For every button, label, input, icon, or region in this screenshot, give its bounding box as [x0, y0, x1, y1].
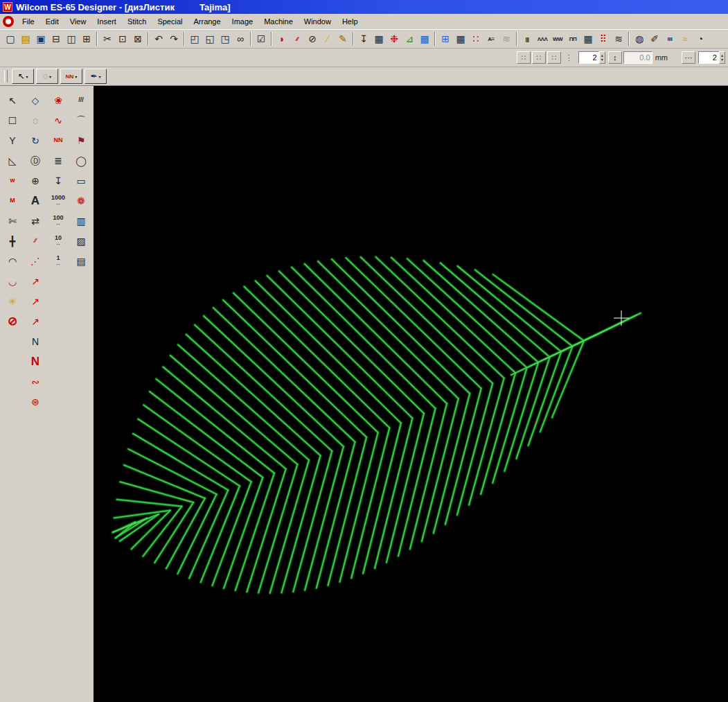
tool-layers[interactable]: ▤ [70, 251, 93, 271]
stitch-mode-dropdown-button[interactable]: NN▾ [60, 69, 82, 84]
menu-machine[interactable]: Machine [258, 15, 299, 28]
chart-small-button[interactable]: ⊿ [402, 31, 417, 46]
copy-button[interactable]: ⊡ [115, 31, 130, 46]
tool-cut-tool[interactable]: ✄ [1, 211, 24, 231]
tool-zoom-10[interactable]: 10↔ [47, 231, 70, 251]
dot-pattern-button[interactable]: ⠿ [596, 31, 611, 46]
table-view-button[interactable]: ▦ [453, 31, 468, 46]
satin-columns-button[interactable]: ||| [520, 31, 535, 46]
tool-zoom-1000[interactable]: 1000↔ [47, 191, 70, 211]
pencil-button[interactable]: ✎ [335, 31, 350, 46]
toolbar-grip[interactable] [4, 70, 8, 82]
tool-flower-fill[interactable]: ❁ [70, 191, 93, 211]
spin-down-icon[interactable]: ▾ [721, 58, 723, 62]
print-button[interactable]: ⊟ [48, 31, 64, 46]
pen-mode-dropdown-button[interactable]: ✒▾ [85, 69, 107, 84]
tool-rectangle[interactable]: ▭ [70, 170, 93, 191]
tool-parallel-slant[interactable]: /// [70, 90, 93, 110]
save-button[interactable]: ▣ [33, 31, 48, 46]
tool-design-props[interactable]: Ⓓ [24, 150, 47, 170]
design-canvas[interactable] [94, 86, 728, 702]
zigzag-columns-button[interactable]: ΛΛΛ [535, 31, 550, 46]
outline-empty-button[interactable]: ⊘ [305, 31, 320, 46]
box-select-button[interactable]: ◰ [187, 31, 202, 46]
tool-lasso-select[interactable]: ☐ [1, 110, 24, 130]
tool-mirror[interactable]: ⇄ [24, 211, 47, 231]
grid-small-button[interactable]: ▦ [580, 31, 596, 46]
tool-lettering-text[interactable]: A [24, 191, 47, 211]
tool-stop-digitize[interactable]: ⊘ [1, 311, 24, 331]
stitch-spacing-spinner[interactable]: ▴ ▾ [578, 51, 605, 64]
overlap-view-button[interactable]: ◳ [217, 31, 233, 46]
needle-point-button[interactable]: ↧ [356, 31, 371, 46]
document-system-icon[interactable] [3, 16, 14, 27]
box-transform-button[interactable]: ◱ [202, 31, 217, 46]
undo-button[interactable]: ↶ [151, 31, 166, 46]
zoom-view-button[interactable]: ∞ [233, 31, 248, 46]
stitch-spacing-spin-arrows[interactable]: ▴ ▾ [599, 51, 605, 64]
tool-star-point[interactable]: ✳ [1, 291, 24, 311]
partial-edge-button[interactable]: ◔ [693, 31, 708, 46]
new-button[interactable]: ▢ [3, 31, 18, 46]
tool-spiral-web[interactable]: ⊛ [24, 392, 47, 412]
tool-lettering-flower[interactable]: ❀ [47, 90, 70, 110]
redo-button[interactable]: ↷ [166, 31, 181, 46]
cut-button[interactable]: ✂ [100, 31, 115, 46]
reshape-mode-dropdown-button[interactable]: ◌▾ [36, 69, 58, 84]
satin-fill-button[interactable]: ◗ [274, 31, 290, 46]
tool-wheel[interactable]: ⊕ [24, 170, 47, 191]
w-columns-button[interactable]: WW [550, 31, 565, 46]
tool-ellipse[interactable]: ◯ [70, 150, 93, 170]
print-preview-button[interactable]: ◫ [64, 31, 79, 46]
repeat-count-input[interactable] [698, 51, 719, 64]
tool-hatch-run[interactable]: ∕∕ [24, 231, 47, 251]
tool-arc-lid[interactable]: ◡ [1, 271, 24, 291]
tool-branch[interactable]: Y [1, 130, 24, 150]
tool-curve-arrow-2[interactable]: ↗ [24, 291, 47, 311]
pi-columns-button[interactable]: ΠΠ [565, 31, 580, 46]
tool-measure[interactable]: ◺ [1, 150, 24, 170]
title-bar[interactable]: W Wilcom ES-65 Designer - [дизЛистик Taj… [0, 0, 728, 14]
tool-s-curve[interactable]: ∾ [24, 371, 47, 392]
tool-rotate[interactable]: ↻ [24, 130, 47, 150]
repeat-count-spinner[interactable]: ▴ ▾ [698, 51, 725, 64]
tool-pin[interactable]: ↧ [47, 170, 70, 191]
zigzag-pen-button[interactable]: ✐ [647, 31, 662, 46]
tool-curve-arrow-3[interactable]: ↗ [24, 311, 47, 331]
menu-help[interactable]: Help [337, 15, 364, 28]
menu-edit[interactable]: Edit [40, 15, 64, 28]
menu-view[interactable]: View [64, 15, 92, 28]
menu-stitch[interactable]: Stitch [122, 15, 152, 28]
pattern-button-3[interactable]: ∷ [547, 51, 561, 64]
tool-bitmap[interactable]: ▨ [70, 231, 93, 251]
slash-tool-button[interactable]: ∕ [320, 31, 335, 46]
tool-applique[interactable]: ⚑ [70, 130, 93, 150]
tool-arc-tool[interactable]: ⌒ [70, 110, 93, 130]
tool-nudge[interactable]: ╋ [1, 231, 24, 251]
tool-reshape-nodes[interactable]: ◌ [24, 110, 47, 130]
export-machine-button[interactable]: ⊞ [79, 31, 94, 46]
tool-node-line-red[interactable]: N [24, 351, 47, 371]
tool-dot-run[interactable]: ⋰ [24, 251, 47, 271]
tool-zigzag-stitch[interactable]: NN [47, 130, 70, 150]
lock-proportion-button[interactable]: ↕ [608, 51, 622, 64]
menu-window[interactable]: Window [299, 15, 337, 28]
pattern-button-2[interactable]: ∷ [532, 51, 546, 64]
menu-file[interactable]: File [17, 15, 40, 28]
grid-toggle-button[interactable]: ▦ [371, 31, 387, 46]
stitch-spacing-input[interactable] [578, 51, 599, 64]
menu-arrange[interactable]: Arrange [188, 15, 226, 28]
pattern-gray-button[interactable]: ≋ [499, 31, 514, 46]
menu-insert[interactable]: Insert [91, 15, 122, 28]
dense-columns-button[interactable]: ‖‖ [662, 31, 677, 46]
more-options-button[interactable]: ⋯ [682, 51, 695, 64]
spin-down-icon[interactable]: ▾ [601, 58, 603, 62]
tool-curve-arrow-1[interactable]: ↗ [24, 271, 47, 291]
tool-select[interactable]: ↖ [1, 90, 24, 110]
tool-zoom-1[interactable]: 1↔ [47, 251, 70, 271]
tool-columns[interactable]: ▥ [70, 211, 93, 231]
select-mode-dropdown-button[interactable]: ↖▾ [12, 69, 34, 84]
tool-reshape[interactable]: ◇ [24, 90, 47, 110]
wave-yellow-button[interactable]: ≈ [677, 31, 693, 46]
tool-zoom-100[interactable]: 100↔ [47, 211, 70, 231]
